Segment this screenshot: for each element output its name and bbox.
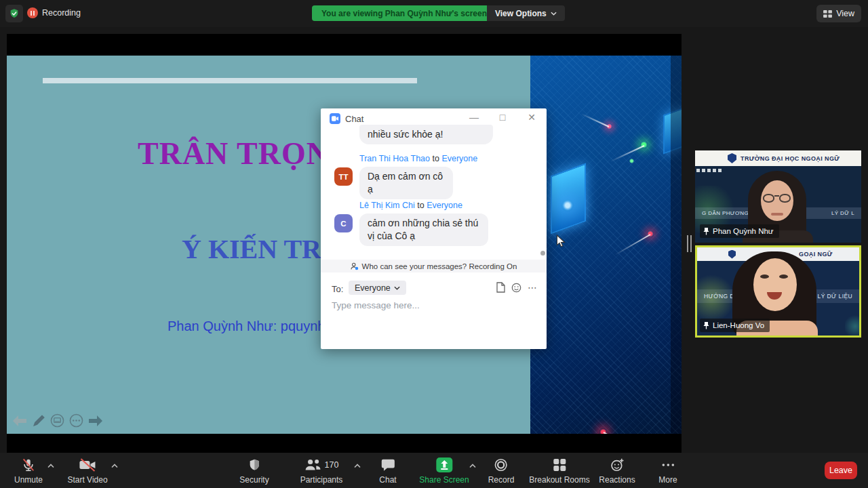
chat-avatar-c: C (334, 214, 353, 232)
microphone-muted-icon (21, 457, 36, 473)
participants-options-chevron[interactable] (354, 464, 361, 468)
next-slide-arrow-icon[interactable] (88, 414, 103, 428)
artwork-dark-edge (671, 56, 682, 434)
chat-window-title: Chat (345, 114, 363, 124)
close-button[interactable]: ✕ (525, 112, 538, 123)
emoji-icon[interactable] (511, 283, 521, 293)
more-dots-icon (661, 458, 675, 472)
leave-button[interactable]: Leave (825, 462, 857, 479)
recording-label: Recording (42, 8, 81, 18)
chevron-down-icon (551, 12, 557, 16)
chat-scrollbar-thumb[interactable] (540, 251, 545, 256)
sender-name[interactable]: Tran Thi Hoa Thao (359, 154, 430, 163)
chat-window: Chat — □ ✕ nhiều sức khỏe ạ! Tran Thi Ho… (321, 108, 547, 349)
gallery-view-icon (823, 10, 832, 18)
recording-indicator-icon[interactable] (27, 7, 38, 18)
slide-tech-artwork (530, 56, 682, 434)
glow-dot-green-small (629, 159, 634, 163)
participants-button[interactable]: 170 Participants (300, 457, 343, 485)
participant-name-tag: Phan Quỳnh Như (700, 224, 779, 238)
pin-icon (703, 228, 709, 235)
glow-dot-blue (561, 199, 574, 211)
chat-button[interactable]: Chat (379, 457, 396, 485)
chat-message-bubble-partial: nhiều sức khỏe ạ! (359, 125, 493, 144)
chevron-down-icon (394, 286, 400, 290)
share-screen-button[interactable]: Share Screen (419, 457, 469, 485)
slide-navigator-icon[interactable] (50, 413, 64, 428)
breakout-rooms-button[interactable]: Breakout Rooms (529, 457, 589, 485)
chat-to-label: To: (332, 284, 343, 294)
video-options-chevron[interactable] (111, 464, 118, 468)
video-off-icon (79, 458, 96, 472)
chat-message-bubble: Dạ em cảm ơn cô ạ (359, 167, 453, 199)
chat-avatar-tt: TT (334, 167, 353, 186)
meeting-toolbar: Unmute Start Video Security 170 Particip… (0, 453, 868, 488)
recipient-name[interactable]: Everyone (441, 154, 477, 163)
slide-decor-bar (43, 78, 417, 83)
file-attach-icon[interactable] (496, 282, 505, 293)
more-button[interactable]: More (658, 457, 677, 485)
sender-name[interactable]: Lê Thị Kim Chi (359, 201, 415, 210)
mouse-cursor (556, 235, 566, 248)
record-button[interactable]: Record (488, 457, 515, 485)
zoom-meeting-window: Recording You are viewing Phan Quỳnh Như… (0, 0, 868, 488)
chat-privacy-bar[interactable]: Who can see your messages? Recording On (321, 260, 547, 272)
unmute-button[interactable]: Unmute (14, 457, 43, 485)
chat-message-input[interactable]: Type message here... (332, 300, 420, 310)
circuit-texture (530, 56, 682, 434)
share-options-chevron[interactable] (469, 464, 476, 468)
viewing-screen-banner: You are viewing Phan Quỳnh Như's screen (312, 5, 496, 21)
start-video-button[interactable]: Start Video (67, 457, 107, 485)
minimize-button[interactable]: — (467, 112, 481, 123)
view-options-dropdown[interactable]: View Options (487, 5, 565, 21)
participant-name: Lien-Huong Vo (713, 321, 764, 329)
chat-sender-line: Tran Thi Hoa Thao to Everyone (359, 154, 477, 163)
meeting-top-bar: Recording You are viewing Phan Quỳnh Như… (0, 0, 868, 27)
more-options-icon[interactable] (69, 413, 83, 428)
presenter-controls (12, 413, 103, 428)
video-tile-phan-quynh-nhu[interactable]: TRƯỜNG ĐẠI HỌC NGOẠI NGỮ TẬ G DẪN PHƯƠNG… (695, 150, 861, 243)
reactions-button[interactable]: Reactions (599, 457, 635, 485)
recipient-name[interactable]: Everyone (427, 201, 462, 210)
reactions-smiley-icon (610, 458, 625, 472)
participant-name: Phan Quỳnh Như (713, 227, 774, 235)
unmute-options-chevron[interactable] (47, 464, 54, 468)
chat-recipient-selector[interactable]: Everyone (349, 281, 406, 295)
slide-subtitle: Ý KIẾN TRA (182, 233, 341, 265)
participants-icon (304, 458, 322, 472)
video-tile-lien-huong-vo[interactable]: GOẠI NGỮ HƯỚNG DẪ XỬ LÝ DỮ LIỆU Lien-Huo… (695, 245, 861, 338)
view-options-label: View Options (495, 9, 547, 18)
privacy-person-icon (351, 262, 359, 270)
security-button[interactable]: Security (239, 457, 269, 485)
chat-privacy-text: Who can see your messages? Recording On (362, 262, 517, 270)
slide-contact-line: Phan Quỳnh Như: pquynhnh (167, 319, 340, 334)
compose-more-icon[interactable]: ⋯ (528, 283, 537, 292)
participant-name-tag: Lien-Huong Vo (700, 319, 770, 332)
chat-bubble-icon (380, 458, 395, 472)
previous-slide-arrow-icon[interactable] (12, 414, 27, 428)
chat-sender-line: Lê Thị Kim Chi to Everyone (359, 201, 462, 210)
zoom-chat-icon (330, 113, 340, 124)
share-screen-icon (436, 458, 452, 472)
maximize-button[interactable]: □ (496, 112, 509, 123)
security-shield-icon (248, 458, 261, 472)
pin-icon (703, 322, 709, 329)
pen-tool-icon[interactable] (32, 414, 45, 428)
record-icon (494, 458, 509, 472)
breakout-rooms-icon (553, 458, 566, 472)
encryption-shield-icon[interactable] (5, 5, 23, 22)
participants-count: 170 (325, 460, 339, 470)
view-button-label: View (836, 9, 854, 18)
chat-message-bubble: cảm ơn những chia sẻ thú vị của Cô ạ (359, 214, 488, 246)
view-button[interactable]: View (816, 5, 861, 22)
panel-resize-handle[interactable] (687, 235, 692, 252)
